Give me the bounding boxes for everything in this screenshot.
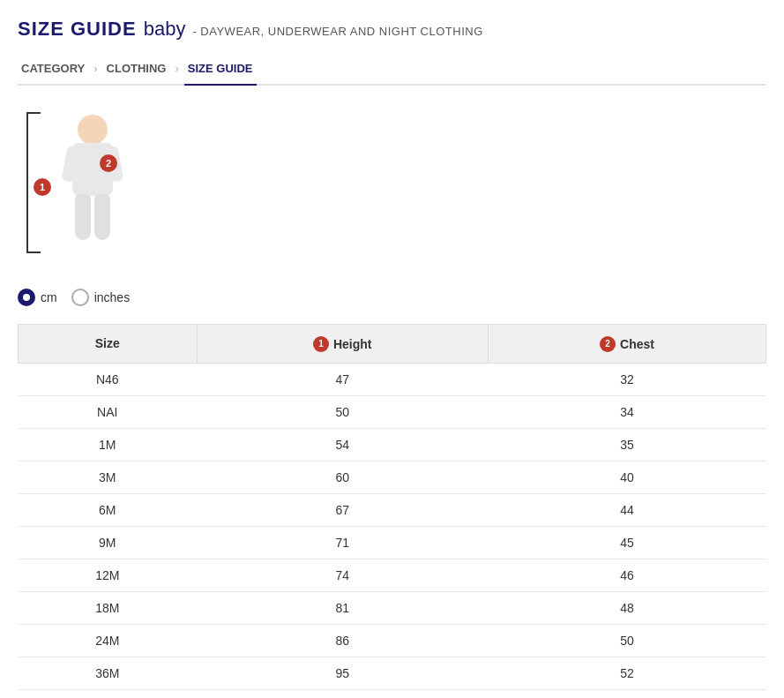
table-head: Size 1 Height 2 Chest <box>19 325 766 364</box>
page-wrapper: SIZE GUIDE baby - DAYWEAR, UNDERWEAR AND… <box>0 0 784 698</box>
svg-point-0 <box>23 294 30 301</box>
breadcrumb-size-guide[interactable]: SIZE GUIDE <box>184 53 257 86</box>
figure-section: 1 2 <box>18 112 766 271</box>
table-header-row: Size 1 Height 2 Chest <box>19 325 766 364</box>
height-col-badge: 1 <box>313 336 329 352</box>
table-row: 18M8148 <box>19 591 766 624</box>
breadcrumb-category[interactable]: CATEGORY <box>18 53 88 84</box>
cell-size: 12M <box>19 559 198 591</box>
cell-size: 9M <box>19 526 198 559</box>
cell-chest: 44 <box>488 493 765 526</box>
table-body: N464732NAI50341M54353M60406M67449M714512… <box>19 363 766 689</box>
cell-chest: 35 <box>488 428 765 461</box>
cell-size: 3M <box>19 461 198 493</box>
cm-label: cm <box>41 290 57 304</box>
table-row: N464732 <box>19 363 766 395</box>
baby-figure <box>57 115 128 251</box>
col-size: Size <box>19 325 198 364</box>
cell-size: 1M <box>19 428 198 461</box>
cell-height: 71 <box>197 526 488 559</box>
inches-radio[interactable] <box>71 289 89 306</box>
cell-height: 47 <box>197 363 488 395</box>
cell-height: 86 <box>197 624 488 657</box>
cell-chest: 46 <box>488 559 765 591</box>
cell-height: 50 <box>197 395 488 428</box>
title-size-guide: SIZE GUIDE <box>18 18 137 41</box>
table-row: 9M7145 <box>19 526 766 559</box>
baby-leg-right <box>94 194 110 240</box>
cell-size: 6M <box>19 493 198 526</box>
cm-radio[interactable] <box>18 289 35 306</box>
breadcrumb-sep-1: › <box>88 62 102 75</box>
cell-size: N46 <box>19 363 198 395</box>
chest-col-label: Chest <box>620 337 654 351</box>
breadcrumb-sep-2: › <box>169 62 183 75</box>
table-row: NAI5034 <box>19 395 766 428</box>
cell-chest: 40 <box>488 461 765 493</box>
inches-option[interactable]: inches <box>71 289 130 306</box>
figure-container: 1 2 <box>26 112 159 271</box>
table-row: 12M7446 <box>19 559 766 591</box>
table-row: 3M6040 <box>19 461 766 493</box>
cell-height: 95 <box>197 657 488 689</box>
cell-size: 18M <box>19 591 198 624</box>
breadcrumb: CATEGORY › CLOTHING › SIZE GUIDE <box>18 53 766 86</box>
table-row: 36M9552 <box>19 657 766 689</box>
cell-chest: 45 <box>488 526 765 559</box>
cell-height: 74 <box>197 559 488 591</box>
cell-height: 60 <box>197 461 488 493</box>
cell-chest: 34 <box>488 395 765 428</box>
unit-toggle: cm inches <box>18 289 766 306</box>
cell-chest: 50 <box>488 624 765 657</box>
col-height: 1 Height <box>197 325 488 364</box>
height-col-label: Height <box>333 337 372 351</box>
baby-figure-wrapper <box>53 112 132 253</box>
chest-col-badge: 2 <box>600 336 616 352</box>
title-baby: baby <box>144 18 186 41</box>
table-row: 6M6744 <box>19 493 766 526</box>
cell-chest: 32 <box>488 363 765 395</box>
table-row: 1M5435 <box>19 428 766 461</box>
cell-chest: 48 <box>488 591 765 624</box>
col-chest: 2 Chest <box>488 325 765 364</box>
cell-height: 81 <box>197 591 488 624</box>
baby-head <box>78 115 108 145</box>
cell-size: 36M <box>19 657 198 689</box>
cell-height: 54 <box>197 428 488 461</box>
table-row: 24M8650 <box>19 624 766 657</box>
size-table: Size 1 Height 2 Chest N464732NAI50341M54… <box>18 324 766 690</box>
baby-leg-left <box>75 194 91 240</box>
height-badge: 1 <box>34 178 51 196</box>
cell-height: 67 <box>197 493 488 526</box>
cell-chest: 52 <box>488 657 765 689</box>
title-subtitle: - DAYWEAR, UNDERWEAR AND NIGHT CLOTHING <box>192 25 482 38</box>
page-title-row: SIZE GUIDE baby - DAYWEAR, UNDERWEAR AND… <box>18 18 766 41</box>
cm-option[interactable]: cm <box>18 289 57 306</box>
chest-badge: 2 <box>100 154 117 172</box>
inches-label: inches <box>94 290 130 304</box>
breadcrumb-clothing[interactable]: CLOTHING <box>103 53 170 84</box>
cell-size: NAI <box>19 395 198 428</box>
cell-size: 24M <box>19 624 198 657</box>
